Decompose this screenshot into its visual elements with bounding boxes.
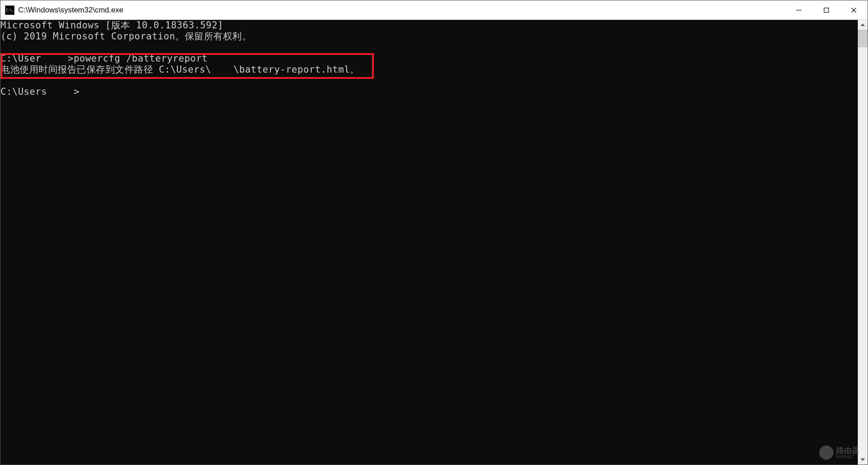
redacted-user-1 [41,53,68,64]
router-icon [819,446,833,460]
cmd-icon-label: C:\. [6,8,14,12]
window-controls [785,0,868,19]
blank-line-2 [0,75,858,86]
output-line-1: 电池使用时间报告已保存到文件路径 C:\Users\ \battery-repo… [0,64,858,75]
minimize-icon [796,7,802,13]
entered-command: powercfg /batteryreport [74,53,207,64]
minimize-button[interactable] [785,0,813,19]
blank-line [0,42,858,53]
chevron-up-icon [860,23,865,26]
maximize-button[interactable] [813,0,840,19]
copyright-line: (c) 2019 Microsoft Corporation。保留所有权利。 [0,31,858,42]
command-line-2: C:\Users > [0,86,858,97]
scrollbar-thumb[interactable] [858,30,868,47]
maximize-icon [823,7,829,13]
prompt-delim-1: > [68,53,74,64]
watermark: 路由器 luyouqi.c [819,446,860,460]
close-icon [851,7,857,13]
redacted-user-2 [211,64,233,75]
window-title: C:\Windows\system32\cmd.exe [18,6,785,15]
prompt-delim-2: > [74,86,79,97]
version-line: Microsoft Windows [版本 10.0.18363.592] [0,20,858,31]
cmd-window: C:\. C:\Windows\system32\cmd.exe Microso… [0,0,868,465]
vertical-scrollbar[interactable] [858,20,868,465]
content-area: Microsoft Windows [版本 10.0.18363.592](c)… [0,20,868,465]
prompt-path-2: C:\Users [0,86,47,97]
svg-rect-1 [824,8,829,12]
cmd-icon: C:\. [5,5,15,15]
command-line-1: C:\User >powercfg /batteryreport [0,53,858,64]
scrollbar-up-button[interactable] [858,20,868,30]
titlebar[interactable]: C:\. C:\Windows\system32\cmd.exe [0,0,868,20]
output-prefix: 电池使用时间报告已保存到文件路径 C:\Users\ [0,64,211,75]
watermark-main: 路由器 [836,446,860,454]
watermark-text-group: 路由器 luyouqi.c [836,446,860,459]
terminal-output[interactable]: Microsoft Windows [版本 10.0.18363.592](c)… [0,20,858,465]
close-button[interactable] [840,0,868,19]
output-suffix: \battery-report.html。 [233,64,359,75]
prompt-path-1: C:\User [0,53,41,64]
redacted-user-3 [47,86,74,97]
watermark-sub: luyouqi.c [836,454,860,459]
chevron-down-icon [860,458,865,461]
